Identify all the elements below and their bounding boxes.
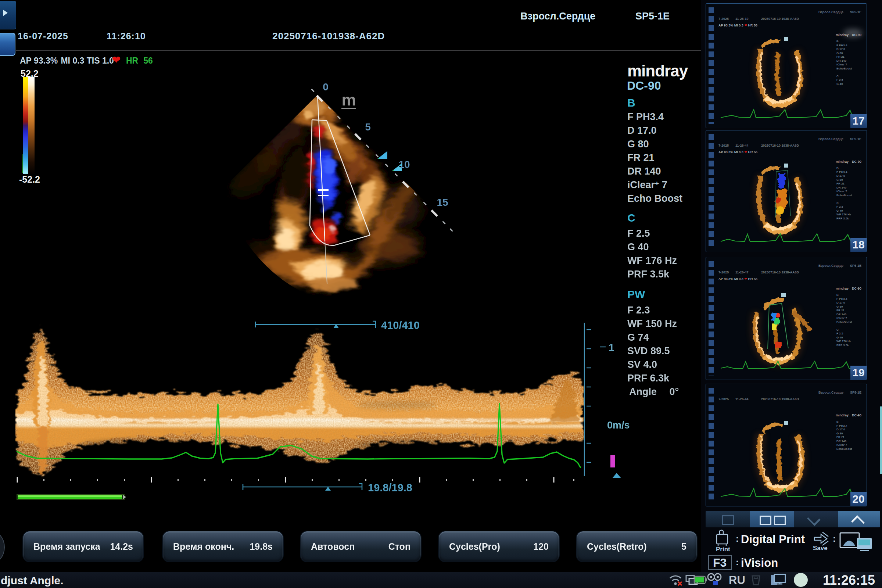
svg-text:0: 0 — [322, 81, 328, 93]
svg-text::: : — [736, 534, 739, 543]
svg-text:m: m — [341, 91, 356, 109]
svg-text:Digital Print: Digital Print — [741, 533, 805, 546]
svg-text:F3: F3 — [713, 556, 726, 569]
svg-text:15: 15 — [436, 196, 448, 208]
svg-text:RU: RU — [729, 574, 745, 586]
svg-text::: : — [736, 557, 739, 567]
svg-text:11:26:15: 11:26:15 — [823, 573, 875, 588]
svg-text:0m/s: 0m/s — [607, 420, 630, 431]
svg-text:Print: Print — [716, 546, 730, 553]
svg-text:1: 1 — [609, 342, 615, 353]
svg-text:5: 5 — [365, 121, 371, 133]
svg-text::: : — [833, 534, 836, 543]
svg-text:19.8/19.8: 19.8/19.8 — [368, 482, 412, 494]
svg-text:Save: Save — [813, 544, 828, 552]
svg-text:iVision: iVision — [741, 556, 778, 569]
